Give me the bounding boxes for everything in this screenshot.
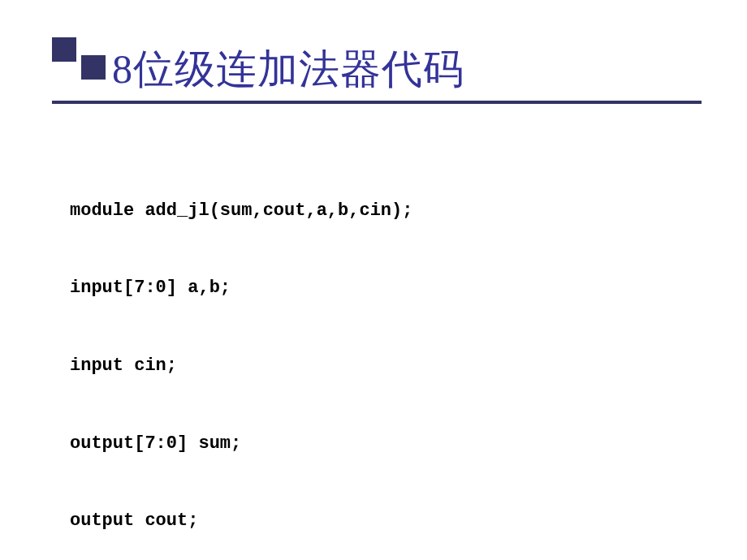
code-line: output cout; bbox=[70, 508, 509, 534]
code-line: module add_jl(sum,cout,a,b,cin); bbox=[70, 198, 509, 224]
slide-title: 8位级连加法器代码 bbox=[112, 42, 464, 97]
code-block: module add_jl(sum,cout,a,b,cin); input[7… bbox=[70, 146, 509, 560]
code-line: input[7:0] a,b; bbox=[70, 275, 509, 301]
deco-block-right bbox=[81, 55, 106, 80]
code-line: input cin; bbox=[70, 353, 509, 379]
deco-block-left bbox=[52, 37, 76, 62]
code-line: output[7:0] sum; bbox=[70, 431, 509, 457]
heading-decoration bbox=[52, 37, 106, 80]
heading-underline bbox=[52, 101, 702, 104]
